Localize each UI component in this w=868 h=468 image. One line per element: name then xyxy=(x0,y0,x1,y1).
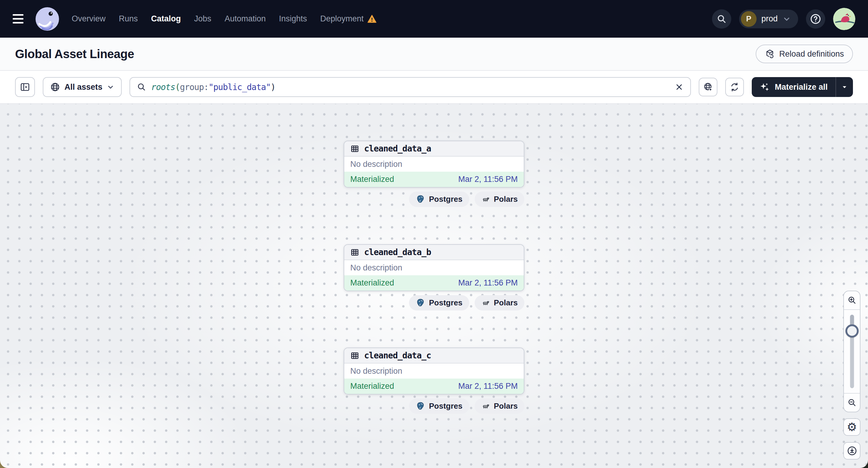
postgres-icon xyxy=(415,194,425,204)
refresh-button[interactable] xyxy=(725,78,744,96)
nav-right: P prod xyxy=(712,8,855,30)
global-search-button[interactable] xyxy=(712,9,731,29)
help-icon xyxy=(809,13,822,25)
table-icon xyxy=(350,248,359,257)
query-key: group xyxy=(180,82,204,92)
asset-tags-row: Postgres Polars xyxy=(409,295,524,311)
workspace-label: prod xyxy=(762,14,778,24)
lineage-toolbar: All assets roots(group:"public_data") xyxy=(0,71,868,104)
materialize-all-button[interactable]: Materialize all xyxy=(752,77,853,97)
nav-item-overview[interactable]: Overview xyxy=(72,14,106,24)
lineage-canvas[interactable]: cleaned_data_a No description Materializ… xyxy=(0,104,868,468)
chevron-down-icon xyxy=(106,83,115,91)
zoom-out-button[interactable] xyxy=(844,393,860,412)
asset-scope-label: All assets xyxy=(64,83,102,92)
query-value: "public_data" xyxy=(209,82,271,92)
postgres-icon xyxy=(415,298,425,308)
graph-settings-button[interactable]: ⚙ xyxy=(843,418,861,436)
tag-postgres[interactable]: Postgres xyxy=(409,295,469,311)
warning-icon xyxy=(367,14,377,24)
asset-description: No description xyxy=(350,263,402,273)
asset-description: No description xyxy=(350,160,402,169)
asset-timestamp[interactable]: Mar 2, 11:56 PM xyxy=(458,278,518,288)
nav-item-runs[interactable]: Runs xyxy=(119,14,138,24)
asset-card-header: cleaned_data_a xyxy=(344,141,524,157)
zoom-panel xyxy=(843,291,861,412)
tag-label: Polars xyxy=(494,401,518,411)
tag-polars[interactable]: Polars xyxy=(475,295,525,311)
asset-node-cleaned-data-a[interactable]: cleaned_data_a No description Materializ… xyxy=(344,141,524,188)
asset-tags-row: Postgres Polars xyxy=(409,399,524,414)
globe-icon xyxy=(50,82,60,92)
asset-description: No description xyxy=(350,367,402,376)
asset-status: Materialized xyxy=(350,381,394,391)
asset-node-cleaned-data-b[interactable]: cleaned_data_b No description Materializ… xyxy=(344,244,524,291)
chevron-down-icon xyxy=(782,15,791,23)
tag-polars[interactable]: Polars xyxy=(475,399,525,414)
asset-card-footer: Materialized Mar 2, 11:56 PM xyxy=(344,171,524,187)
asset-card-header: cleaned_data_c xyxy=(344,348,524,364)
asset-timestamp[interactable]: Mar 2, 11:56 PM xyxy=(458,175,518,184)
help-button[interactable] xyxy=(806,9,825,29)
nav-item-insights[interactable]: Insights xyxy=(279,14,307,24)
polars-icon xyxy=(481,299,490,308)
materialize-all-main[interactable]: Materialize all xyxy=(752,77,835,97)
workspace-switcher[interactable]: P prod xyxy=(739,10,798,28)
toggle-sidebar-button[interactable] xyxy=(15,77,35,97)
tag-postgres[interactable]: Postgres xyxy=(409,191,469,207)
query-open-paren: ( xyxy=(175,82,180,92)
asset-search-input[interactable]: roots(group:"public_data") xyxy=(129,77,691,97)
nav-item-jobs[interactable]: Jobs xyxy=(194,14,211,24)
asset-card-body: No description xyxy=(344,260,524,275)
nav-item-catalog[interactable]: Catalog xyxy=(151,14,181,24)
asset-card-footer: Materialized Mar 2, 11:56 PM xyxy=(344,379,524,394)
tag-postgres[interactable]: Postgres xyxy=(409,399,469,414)
tag-label: Postgres xyxy=(429,298,462,308)
asset-name: cleaned_data_c xyxy=(364,350,431,361)
query-function: roots xyxy=(151,82,175,92)
tag-label: Postgres xyxy=(429,401,462,411)
tag-label: Postgres xyxy=(429,194,462,204)
page-title: Global Asset Lineage xyxy=(15,47,134,61)
user-avatar[interactable] xyxy=(833,8,855,30)
tag-label: Polars xyxy=(494,194,518,204)
asset-card-footer: Materialized Mar 2, 11:56 PM xyxy=(344,275,524,291)
nav-item-deployment[interactable]: Deployment xyxy=(320,14,377,24)
asset-scope-dropdown[interactable]: All assets xyxy=(43,77,122,97)
workspace-avatar: P xyxy=(741,11,756,27)
asset-tags-row: Postgres Polars xyxy=(409,191,524,207)
top-nav: Overview Runs Catalog Jobs Automation In… xyxy=(0,0,868,38)
view-graph-options-button[interactable] xyxy=(699,78,717,96)
hamburger-menu-icon[interactable] xyxy=(13,14,27,24)
polars-icon xyxy=(481,195,490,204)
search-icon xyxy=(137,82,146,92)
tag-polars[interactable]: Polars xyxy=(475,191,525,207)
search-query-text: roots(group:"public_data") xyxy=(151,82,275,92)
nav-item-automation[interactable]: Automation xyxy=(225,14,266,24)
asset-status: Materialized xyxy=(350,278,394,288)
tag-label: Polars xyxy=(494,298,518,308)
nav-item-deployment-label: Deployment xyxy=(320,14,364,24)
clear-search-icon[interactable] xyxy=(675,83,684,92)
download-image-button[interactable] xyxy=(843,442,861,460)
zoom-in-button[interactable] xyxy=(844,291,860,310)
asset-card-body: No description xyxy=(344,364,524,379)
zoom-slider-knob[interactable] xyxy=(845,324,859,338)
reload-cube-icon xyxy=(765,49,775,59)
asset-node-cleaned-data-c[interactable]: cleaned_data_c No description Materializ… xyxy=(344,347,524,395)
table-icon xyxy=(350,351,359,360)
sparkles-icon xyxy=(760,82,770,92)
search-icon xyxy=(716,14,727,24)
polars-icon xyxy=(481,402,490,411)
reload-definitions-button[interactable]: Reload definitions xyxy=(756,44,853,63)
materialize-dropdown-button[interactable] xyxy=(836,77,853,97)
page-header: Global Asset Lineage Reload definitions xyxy=(0,38,868,71)
zoom-slider[interactable] xyxy=(844,310,860,393)
materialize-all-label: Materialize all xyxy=(775,83,828,92)
reload-definitions-label: Reload definitions xyxy=(779,50,844,59)
asset-timestamp[interactable]: Mar 2, 11:56 PM xyxy=(458,381,518,391)
dagster-logo-icon[interactable] xyxy=(35,7,60,31)
asset-card-header: cleaned_data_b xyxy=(344,245,524,260)
asset-card-body: No description xyxy=(344,157,524,171)
query-close-paren: ) xyxy=(271,82,276,92)
